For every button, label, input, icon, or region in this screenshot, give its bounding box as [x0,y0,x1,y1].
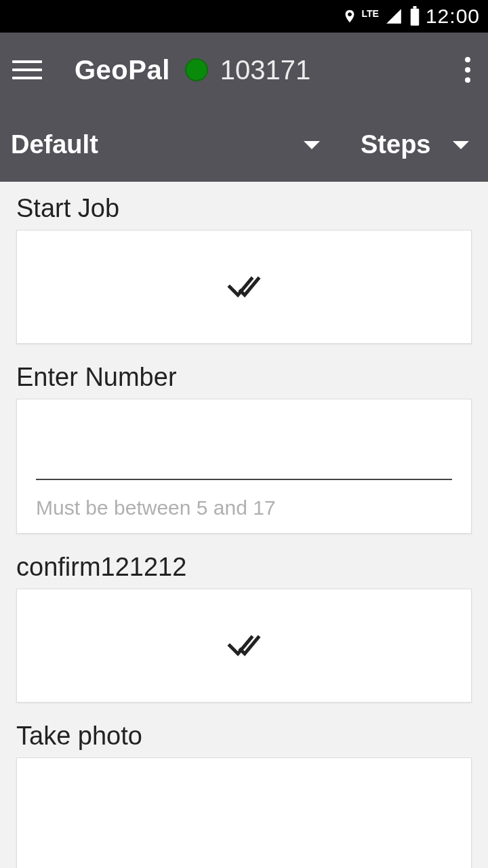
double-check-icon [227,633,261,658]
job-id: 103171 [220,55,310,85]
step-confirm: confirm121212 [16,553,472,703]
battery-icon [408,6,422,26]
svg-rect-2 [413,6,416,9]
step-label: Enter Number [16,363,472,392]
clock-time: 12:00 [426,5,480,28]
step-enter-number: Enter Number Must be between 5 and 17 [16,363,472,534]
svg-point-0 [348,13,352,17]
app-title: GeoPal [75,55,170,85]
input-hint: Must be between 5 and 17 [36,496,452,519]
confirm-card[interactable] [16,589,472,703]
network-type: LTE [361,8,380,24]
start-job-card[interactable] [16,230,472,344]
status-dot-icon [185,58,208,81]
location-icon [342,6,357,26]
chevron-down-icon [453,141,469,149]
view-dropdown-label: Steps [361,130,430,159]
workflow-dropdown-label: Default [11,130,98,159]
step-start-job: Start Job [16,194,472,344]
chevron-down-icon [304,141,320,149]
step-label: confirm121212 [16,553,472,582]
enter-number-card: Must be between 5 and 17 [16,399,472,534]
app-bar: GeoPal 103171 [0,33,488,107]
content-area: Start Job Enter Number Must be between 5… [0,182,488,868]
svg-rect-1 [411,9,420,26]
step-take-photo: Take photo [16,722,472,868]
number-input[interactable] [36,418,452,480]
workflow-dropdown[interactable]: Default [0,130,339,159]
step-label: Start Job [16,194,472,223]
double-check-icon [227,275,261,299]
view-dropdown[interactable]: Steps [339,130,488,159]
hamburger-icon[interactable] [12,55,42,85]
signal-icon [384,7,404,25]
status-bar: LTE 12:00 [0,0,488,33]
dropdown-bar: Default Steps [0,107,488,182]
overflow-menu-icon[interactable] [460,52,476,88]
take-photo-card[interactable] [16,757,472,868]
step-label: Take photo [16,722,472,751]
